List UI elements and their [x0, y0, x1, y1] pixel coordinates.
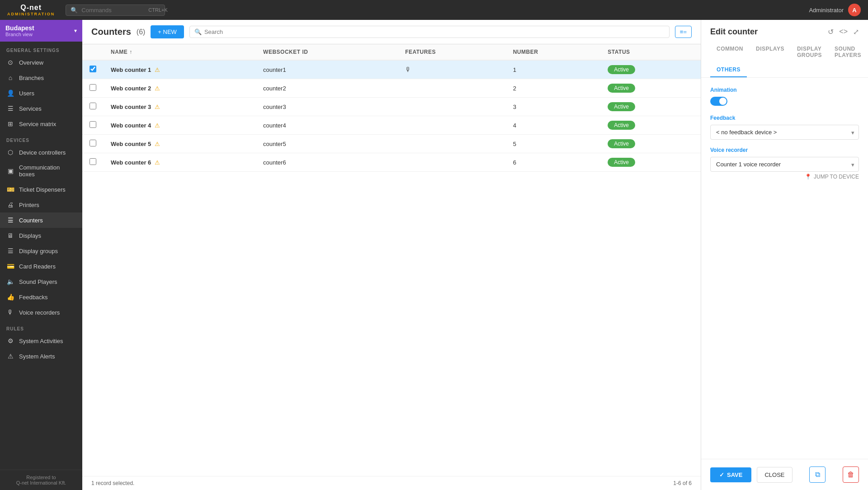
table-row[interactable]: Web counter 1 ⚠ counter1 🎙 1 Active: [82, 60, 701, 79]
status-badge: Active: [608, 158, 635, 167]
sidebar-item-display-groups[interactable]: ☰ Display groups: [0, 243, 82, 259]
status-badge: Active: [608, 121, 635, 130]
users-icon: 👤: [6, 90, 14, 97]
col-features[interactable]: FEATURES: [398, 44, 506, 60]
animation-toggle-wrap: [710, 97, 859, 106]
row-features: [398, 135, 506, 153]
row-checkbox[interactable]: [90, 121, 96, 128]
page-title: Counters: [91, 27, 131, 37]
history-icon[interactable]: ↺: [828, 28, 834, 36]
user-name: Administrator: [809, 7, 844, 14]
tab-display-groups[interactable]: DISPLAY GROUPS: [791, 42, 828, 63]
col-number[interactable]: NUMBER: [506, 44, 601, 60]
col-name[interactable]: NAME ↑: [104, 44, 256, 60]
col-websocket-id[interactable]: WEBSOCKET ID: [256, 44, 398, 60]
sidebar-item-service-matrix[interactable]: ⊞ Service matrix: [0, 116, 82, 132]
sidebar-item-counters[interactable]: ☰ Counters: [0, 212, 82, 228]
row-checkbox[interactable]: [90, 103, 96, 109]
search-icon: 🔍: [71, 7, 78, 14]
table-row[interactable]: Web counter 3 ⚠ counter3 3 Active: [82, 98, 701, 116]
sidebar-item-sound-players[interactable]: 🔈 Sound Players: [0, 274, 82, 289]
jump-to-device-link[interactable]: 📍 JUMP TO DEVICE: [710, 174, 859, 180]
voice-recorder-select[interactable]: Counter 1 voice recorder: [710, 157, 859, 172]
table-row[interactable]: Web counter 2 ⚠ counter2 2 Active: [82, 79, 701, 98]
sidebar-item-overview[interactable]: ⊙ Overview: [0, 55, 82, 70]
tab-displays[interactable]: DISPLAYS: [750, 42, 791, 63]
tab-others[interactable]: OTHERS: [710, 63, 747, 77]
sidebar-item-feedbacks[interactable]: 👍 Feedbacks: [0, 289, 82, 305]
col-status[interactable]: STATUS: [600, 44, 701, 60]
tab-common[interactable]: COMMON: [710, 42, 750, 63]
sidebar-item-users[interactable]: 👤 Users: [0, 85, 82, 101]
mic-icon: 🎙: [405, 66, 411, 73]
content-area: Counters (6) + NEW 🔍 ≡= NAME ↑ WEBSOCKET…: [82, 20, 701, 490]
table-row[interactable]: Web counter 4 ⚠ counter4 4 Active: [82, 116, 701, 135]
delete-button[interactable]: 🗑: [843, 466, 859, 483]
row-checkbox[interactable]: [90, 140, 96, 146]
services-icon: ☰: [6, 105, 14, 112]
command-search[interactable]: 🔍 CTRL+K: [66, 5, 165, 16]
sidebar-item-voice-recorders[interactable]: 🎙 Voice recorders: [0, 305, 82, 320]
sidebar-item-label: Voice recorders: [19, 309, 60, 316]
sidebar-item-card-readers[interactable]: 💳 Card Readers: [0, 259, 82, 274]
avatar[interactable]: A: [848, 4, 861, 16]
row-name: Web counter 3 ⚠: [104, 98, 256, 116]
row-name: Web counter 5 ⚠: [104, 135, 256, 153]
location-icon: 📍: [805, 174, 811, 180]
new-button[interactable]: + NEW: [151, 25, 184, 38]
feedback-select[interactable]: < no feedback device >: [710, 125, 859, 140]
row-checkbox-cell[interactable]: [82, 60, 104, 79]
row-checkbox-cell[interactable]: [82, 98, 104, 116]
voice-recorders-icon: 🎙: [6, 309, 14, 316]
row-checkbox[interactable]: [90, 84, 96, 91]
service-matrix-icon: ⊞: [6, 120, 14, 127]
page-range: 1-6 of 6: [673, 480, 692, 486]
sidebar-item-displays[interactable]: 🖥 Displays: [0, 228, 82, 243]
save-button[interactable]: ✓ SAVE: [710, 467, 751, 482]
warning-icon: ⚠: [155, 122, 160, 129]
branch-name: Budapest: [5, 24, 34, 32]
display-groups-icon: ☰: [6, 247, 14, 254]
sidebar-item-system-alerts[interactable]: ⚠ System Alerts: [0, 349, 82, 364]
sidebar-item-ticket-dispensers[interactable]: 🎫 Ticket Dispensers: [0, 182, 82, 197]
sidebar-item-branches[interactable]: ⌂ Branches: [0, 70, 82, 85]
sidebar-item-services[interactable]: ☰ Services: [0, 101, 82, 116]
expand-icon[interactable]: ⤢: [853, 28, 859, 36]
row-checkbox-cell[interactable]: [82, 116, 104, 135]
sidebar-item-communication-boxes[interactable]: ▣ Communication boxes: [0, 160, 82, 182]
counters-search-input[interactable]: [204, 28, 665, 35]
sidebar-item-device-controllers[interactable]: ⬡ Device controllers: [0, 145, 82, 160]
share-icon[interactable]: <>: [839, 28, 848, 36]
row-checkbox-cell[interactable]: [82, 79, 104, 98]
filter-icon: ≡=: [680, 28, 687, 35]
branch-selector[interactable]: Budapest Branch view ▾: [0, 20, 82, 42]
sidebar-item-label: Overview: [19, 59, 43, 66]
row-checkbox-cell[interactable]: [82, 135, 104, 153]
search-input[interactable]: [81, 7, 145, 14]
jump-label: JUMP TO DEVICE: [814, 174, 859, 180]
table-row[interactable]: Web counter 6 ⚠ counter6 6 Active: [82, 153, 701, 172]
row-status: Active: [600, 60, 701, 79]
row-checkbox-cell[interactable]: [82, 153, 104, 172]
row-number: 1: [506, 60, 601, 79]
status-badge: Active: [608, 139, 635, 148]
voice-recorder-select-wrapper: Counter 1 voice recorder: [710, 157, 859, 172]
row-checkbox[interactable]: [90, 158, 96, 165]
table-footer: 1 record selected. 1-6 of 6: [82, 476, 701, 490]
row-websocket-id: counter1: [256, 60, 398, 79]
row-checkbox[interactable]: [90, 66, 96, 72]
table-row[interactable]: Web counter 5 ⚠ counter5 5 Active: [82, 135, 701, 153]
animation-toggle[interactable]: [710, 97, 727, 106]
tab-sound-players[interactable]: SOUND PLAYERS: [828, 42, 868, 63]
footer-line1: Registered to: [6, 475, 76, 480]
sidebar-item-printers[interactable]: 🖨 Printers: [0, 197, 82, 212]
sidebar-item-system-activities[interactable]: ⚙ System Activities: [0, 333, 82, 349]
row-features: 🎙: [398, 60, 506, 79]
status-badge: Active: [608, 65, 635, 74]
close-button[interactable]: CLOSE: [757, 467, 792, 483]
card-readers-icon: 💳: [6, 263, 14, 270]
filter-button[interactable]: ≡=: [675, 26, 692, 38]
edit-body: Animation Feedback < no feedback device …: [701, 78, 868, 459]
copy-button[interactable]: ⧉: [809, 466, 826, 483]
footer-line2: Q-net International Kft.: [6, 480, 76, 485]
